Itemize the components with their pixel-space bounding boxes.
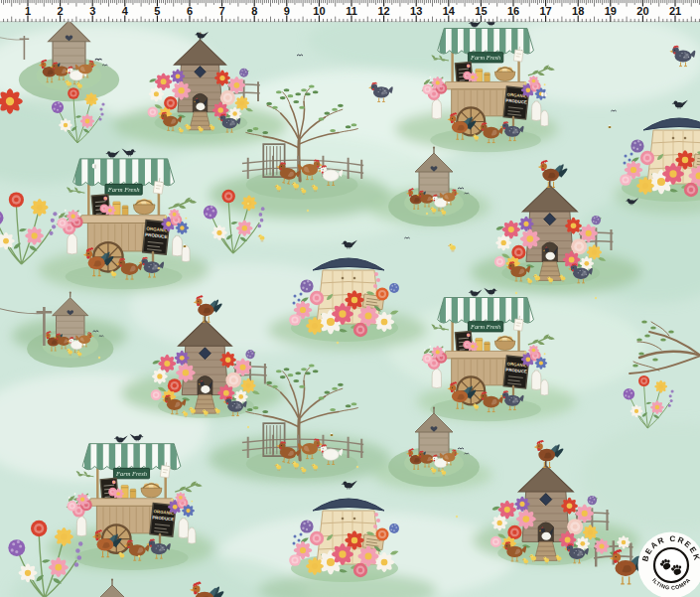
ruler-number: 2 xyxy=(58,5,64,17)
ruler-edge xyxy=(0,21,700,22)
ruler-number: 4 xyxy=(122,5,129,17)
fabric-pattern-illustration: Farm Fresh ORGANIC PRODUCE xyxy=(0,0,700,597)
ruler-number: 17 xyxy=(539,5,551,17)
ruler-number: 12 xyxy=(377,5,389,17)
ruler-number: 9 xyxy=(284,5,290,17)
ruler: 12345678910111213141516171819202122 xyxy=(0,0,700,22)
ruler-number: 3 xyxy=(89,5,95,17)
ruler-number: 21 xyxy=(669,5,681,17)
ruler-number: 1 xyxy=(25,5,31,17)
ruler-number: 8 xyxy=(251,5,257,17)
ruler-number: 13 xyxy=(410,5,422,17)
ruler-number: 16 xyxy=(507,5,519,17)
ruler-number: 5 xyxy=(154,5,160,17)
ruler-number: 14 xyxy=(443,5,456,17)
ruler-number: 7 xyxy=(219,5,225,17)
ruler-number: 20 xyxy=(636,5,648,17)
fabric-product-image: Farm Fresh ORGANIC PRODUCE xyxy=(0,0,700,597)
ruler-number: 11 xyxy=(346,5,357,17)
ruler-number: 10 xyxy=(313,5,325,17)
logo-inner-ring xyxy=(654,548,688,582)
ruler-number: 6 xyxy=(187,5,193,17)
ruler-number: 15 xyxy=(475,5,487,17)
ruler-number: 19 xyxy=(605,5,617,17)
ruler-number: 18 xyxy=(572,5,584,17)
